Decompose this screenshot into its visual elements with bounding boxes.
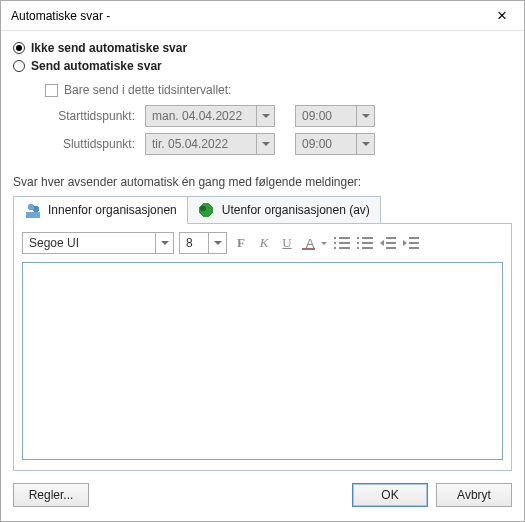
font-size-value: 8 [180, 236, 208, 250]
tabs: Innenfor organisasjonen Utenfor organisa… [13, 195, 512, 224]
dialog-footer: Regler... OK Avbryt [1, 471, 524, 521]
time-interval-block: Bare send i dette tidsintervallet: Start… [45, 83, 512, 161]
bullet-list-button[interactable] [333, 234, 351, 252]
titlebar: Automatiske svar - × [1, 1, 524, 31]
italic-button[interactable]: K [255, 234, 273, 252]
outdent-icon [380, 236, 396, 250]
globe-icon [198, 202, 216, 218]
message-textarea[interactable] [22, 262, 503, 460]
underline-button[interactable]: U [278, 234, 296, 252]
cancel-button[interactable]: Avbryt [436, 483, 512, 507]
radio-label: Ikke send automatiske svar [31, 41, 187, 55]
tab-label: Innenfor organisasjonen [48, 203, 177, 217]
editor-toolbar: Segoe UI 8 F K U A [22, 232, 503, 254]
checkbox-icon [45, 84, 58, 97]
dialog-content: Ikke send automatiske svar Send automati… [1, 31, 524, 471]
end-time-label: Sluttidspunkt: [45, 137, 145, 151]
ok-button[interactable]: OK [352, 483, 428, 507]
tab-label: Utenfor organisasjonen (av) [222, 203, 370, 217]
chevron-down-icon [256, 134, 274, 154]
chevron-down-icon [155, 233, 173, 253]
radio-label: Send automatiske svar [31, 59, 162, 73]
editor-area: Segoe UI 8 F K U A [13, 224, 512, 471]
close-icon: × [497, 7, 507, 24]
end-date-combo[interactable]: tir. 05.04.2022 [145, 133, 275, 155]
chevron-down-icon [356, 106, 374, 126]
start-time-label: Starttidspunkt: [45, 109, 145, 123]
numbered-list-icon [357, 236, 373, 250]
close-button[interactable]: × [480, 1, 524, 30]
window-title: Automatiske svar - [11, 9, 480, 23]
chevron-down-icon [208, 233, 226, 253]
chevron-down-icon [319, 234, 328, 252]
radio-icon [13, 42, 25, 54]
outdent-button[interactable] [379, 234, 397, 252]
end-time-row: Sluttidspunkt: tir. 05.04.2022 09:00 [45, 133, 512, 155]
checkbox-label: Bare send i dette tidsintervallet: [64, 83, 231, 97]
automatic-replies-dialog: Automatiske svar - × Ikke send automatis… [0, 0, 525, 522]
end-date-value: tir. 05.04.2022 [146, 137, 256, 151]
end-time-combo[interactable]: 09:00 [295, 133, 375, 155]
end-time-value: 09:00 [296, 137, 356, 151]
tab-inside-organization[interactable]: Innenfor organisasjonen [13, 196, 188, 224]
chevron-down-icon [256, 106, 274, 126]
start-date-value: man. 04.04.2022 [146, 109, 256, 123]
numbered-list-button[interactable] [356, 234, 374, 252]
radio-send[interactable]: Send automatiske svar [13, 59, 512, 73]
radio-icon [13, 60, 25, 72]
rules-button[interactable]: Regler... [13, 483, 89, 507]
start-time-value: 09:00 [296, 109, 356, 123]
bullet-list-icon [334, 236, 350, 250]
font-color-button[interactable]: A [301, 234, 328, 252]
font-family-value: Segoe UI [23, 236, 155, 250]
only-send-interval-checkbox[interactable]: Bare send i dette tidsintervallet: [45, 83, 512, 97]
start-time-row: Starttidspunkt: man. 04.04.2022 09:00 [45, 105, 512, 127]
font-color-icon: A [301, 234, 319, 252]
font-family-combo[interactable]: Segoe UI [22, 232, 174, 254]
bold-button[interactable]: F [232, 234, 250, 252]
chevron-down-icon [356, 134, 374, 154]
indent-button[interactable] [402, 234, 420, 252]
indent-icon [403, 236, 419, 250]
start-date-combo[interactable]: man. 04.04.2022 [145, 105, 275, 127]
start-time-combo[interactable]: 09:00 [295, 105, 375, 127]
tab-outside-organization[interactable]: Utenfor organisasjonen (av) [188, 196, 381, 224]
people-icon [24, 202, 42, 218]
reply-caption: Svar hver avsender automatisk én gang me… [13, 175, 512, 189]
font-size-combo[interactable]: 8 [179, 232, 227, 254]
radio-do-not-send[interactable]: Ikke send automatiske svar [13, 41, 512, 55]
